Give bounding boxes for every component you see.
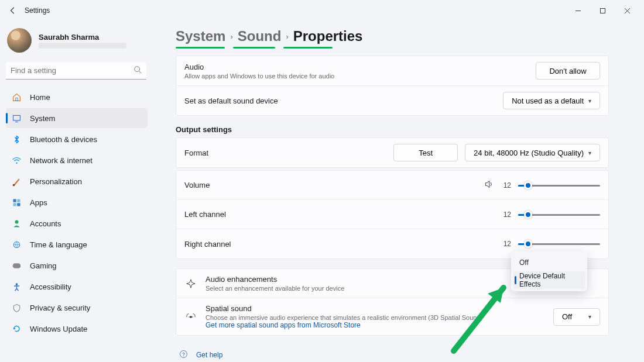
maximize-button[interactable] [590, 2, 615, 19]
annotation-underline [176, 47, 609, 49]
volume-label: Volume [184, 181, 210, 189]
update-icon [12, 324, 22, 334]
default-device-select[interactable]: Not used as a default ▾ [503, 92, 600, 109]
sidebar-item-gaming[interactable]: Gaming [6, 256, 148, 275]
sidebar-item-home[interactable]: Home [6, 87, 148, 107]
back-button[interactable] [5, 2, 21, 19]
spatial-icon [184, 311, 197, 323]
format-card: Format Test 24 bit, 48000 Hz (Studio Qua… [176, 137, 609, 168]
search-icon [133, 65, 142, 75]
sidebar-item-label: Time & language [30, 240, 87, 249]
minimize-button[interactable] [566, 2, 590, 19]
chevron-down-icon: ▾ [588, 313, 591, 320]
system-icon [12, 113, 22, 123]
enhancements-title: Audio enhancements [205, 275, 344, 284]
spatial-title: Spatial sound [205, 304, 482, 313]
speaker-icon[interactable] [484, 180, 494, 191]
spatial-sub: Choose an immersive audio experience tha… [205, 314, 482, 321]
right-slider[interactable] [518, 238, 600, 250]
sidebar-item-accessibility[interactable]: Accessibility [6, 277, 148, 297]
sidebar-item-label: System [30, 114, 55, 123]
sidebar-item-label: Apps [30, 198, 47, 207]
svg-rect-4 [16, 98, 18, 101]
audio-card: Audio Allow apps and Windows to use this… [176, 56, 609, 116]
gamepad-icon [12, 261, 22, 271]
bluetooth-icon [12, 135, 22, 144]
format-select[interactable]: 24 bit, 48000 Hz (Studio Quality) ▾ [465, 144, 600, 161]
sidebar-item-label: Personalization [30, 177, 82, 186]
chevron-right-icon: › [230, 32, 232, 41]
content: System › Sound › Properties Audio Allow … [158, 21, 644, 362]
sidebar-item-apps[interactable]: Apps [6, 192, 148, 212]
spatial-store-link[interactable]: Get more spatial sound apps from Microso… [205, 321, 482, 329]
svg-point-16 [16, 283, 18, 285]
svg-text:?: ? [182, 352, 185, 357]
brush-icon [12, 177, 22, 187]
window-controls [566, 2, 639, 19]
user-header[interactable]: Saurabh Sharma [6, 27, 148, 60]
svg-rect-9 [13, 199, 16, 202]
svg-line-3 [139, 71, 142, 74]
sidebar: Saurabh Sharma Home System Bluetooth & d… [0, 21, 158, 362]
window-title: Settings [25, 6, 50, 15]
help-icon: ? [179, 350, 188, 360]
right-value: 12 [501, 240, 511, 248]
dropdown-item-default[interactable]: Device Default Effects [513, 271, 585, 289]
left-slider[interactable] [518, 209, 600, 220]
nav: Home System Bluetooth & devices Network … [6, 87, 148, 339]
sidebar-item-system[interactable]: System [6, 108, 148, 128]
audio-title: Audio [184, 63, 334, 71]
sidebar-item-label: Accounts [30, 219, 61, 228]
enhancements-sub: Select an enhancement available for your… [205, 285, 344, 292]
test-button[interactable]: Test [393, 144, 458, 161]
sidebar-item-privacy[interactable]: Privacy & security [6, 298, 148, 318]
breadcrumb-properties: Properties [293, 28, 363, 44]
globe-icon [12, 240, 22, 250]
format-label: Format [184, 149, 208, 157]
volume-slider[interactable] [518, 180, 600, 191]
dropdown-item-off[interactable]: Off [513, 254, 585, 271]
chevron-down-icon: ▾ [588, 150, 591, 156]
sidebar-item-label: Home [30, 93, 50, 102]
search-input[interactable] [11, 66, 133, 75]
get-help-link[interactable]: ? Get help [176, 346, 609, 362]
svg-point-8 [13, 184, 15, 185]
sparkle-icon [184, 277, 197, 290]
person-icon [12, 219, 22, 229]
home-icon [12, 92, 22, 102]
sidebar-item-label: Bluetooth & devices [30, 135, 97, 144]
svg-point-2 [135, 67, 140, 72]
sidebar-item-label: Gaming [30, 261, 57, 270]
left-value: 12 [501, 211, 511, 219]
chevron-down-icon: ▾ [588, 98, 591, 104]
svg-rect-5 [13, 115, 20, 120]
sidebar-item-time[interactable]: Time & language [6, 235, 148, 254]
sidebar-item-bluetooth[interactable]: Bluetooth & devices [6, 129, 148, 149]
close-button[interactable] [615, 2, 639, 19]
sidebar-item-personalization[interactable]: Personalization [6, 171, 148, 191]
sidebar-item-label: Network & internet [30, 156, 93, 165]
sidebar-item-update[interactable]: Windows Update [6, 319, 148, 339]
sidebar-item-network[interactable]: Network & internet [6, 150, 148, 170]
sidebar-item-accounts[interactable]: Accounts [6, 213, 148, 233]
avatar [7, 28, 32, 53]
user-email-placeholder [39, 43, 126, 49]
sidebar-item-label: Privacy & security [30, 304, 90, 312]
breadcrumb-system[interactable]: System [176, 28, 225, 44]
svg-point-7 [16, 162, 18, 164]
dont-allow-button[interactable]: Don't allow [536, 62, 600, 80]
svg-rect-12 [17, 203, 20, 206]
spatial-select[interactable]: Off ▾ [553, 308, 600, 326]
titlebar: Settings [0, 0, 644, 21]
search-box[interactable] [6, 62, 146, 80]
right-channel-label: Right channel [184, 240, 231, 249]
sidebar-item-label: Windows Update [30, 325, 87, 333]
volume-card: Volume 12 Left channel 12 [176, 170, 609, 259]
shield-icon [12, 303, 22, 313]
svg-rect-11 [13, 203, 16, 206]
svg-rect-15 [13, 263, 21, 268]
apps-icon [12, 198, 22, 208]
breadcrumb-sound[interactable]: Sound [238, 28, 282, 44]
accessibility-icon [12, 282, 22, 292]
wifi-icon [12, 156, 22, 166]
